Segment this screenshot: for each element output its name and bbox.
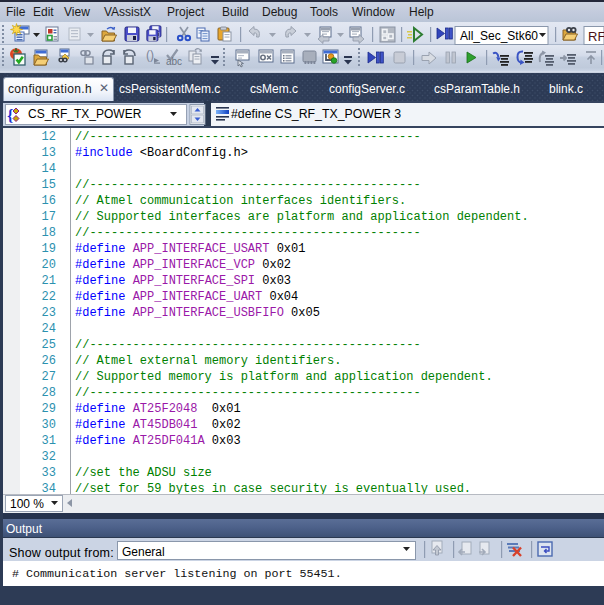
svg-text:All_Sec_Stk60: All_Sec_Stk60 — [460, 29, 538, 43]
svg-text:abc: abc — [166, 56, 182, 67]
svg-text:(): () — [146, 48, 154, 62]
svg-text:{: { — [7, 107, 13, 124]
svg-text:RF_: RF_ — [588, 29, 604, 44]
